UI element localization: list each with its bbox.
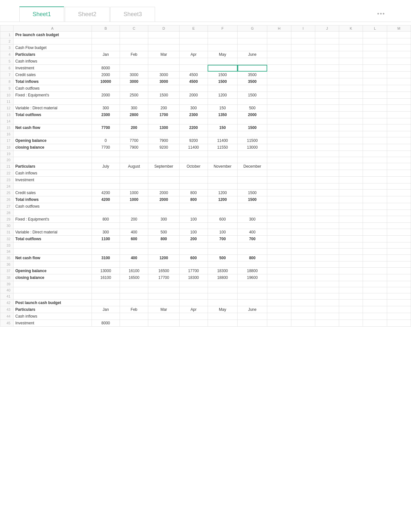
- cell[interactable]: [315, 203, 339, 210]
- cell[interactable]: [179, 58, 208, 65]
- cell[interactable]: [339, 58, 363, 65]
- cell[interactable]: Total outflows: [13, 236, 92, 242]
- cell[interactable]: [267, 124, 291, 131]
- tab-sheet1[interactable]: Sheet1: [19, 6, 64, 22]
- cell[interactable]: [148, 320, 180, 327]
- cell[interactable]: Fixed : Equipment's: [13, 216, 92, 223]
- cell[interactable]: [267, 255, 291, 261]
- cell[interactable]: [238, 203, 267, 210]
- cell[interactable]: Particulars: [13, 163, 92, 170]
- cell[interactable]: [267, 300, 291, 306]
- cell[interactable]: [315, 300, 339, 306]
- cell[interactable]: [267, 313, 291, 320]
- cell[interactable]: 800: [92, 216, 120, 223]
- cell[interactable]: [208, 157, 237, 163]
- cell[interactable]: [208, 177, 237, 183]
- cell[interactable]: [267, 229, 291, 236]
- cell[interactable]: [148, 249, 180, 255]
- cell[interactable]: [339, 268, 363, 274]
- cell[interactable]: [238, 249, 267, 255]
- cell[interactable]: [92, 85, 120, 92]
- cell[interactable]: 18800: [208, 274, 237, 281]
- cell[interactable]: [363, 293, 387, 300]
- cell[interactable]: [13, 249, 92, 255]
- cell[interactable]: 2000: [238, 112, 267, 118]
- cell[interactable]: [387, 65, 411, 72]
- cell[interactable]: [339, 85, 363, 92]
- cell[interactable]: 3100: [92, 255, 120, 261]
- cell[interactable]: [291, 242, 315, 249]
- cell[interactable]: [363, 313, 387, 320]
- cell[interactable]: [238, 300, 267, 306]
- cell[interactable]: [387, 281, 411, 287]
- cell[interactable]: [179, 157, 208, 163]
- cell[interactable]: [339, 287, 363, 293]
- cell[interactable]: [387, 112, 411, 118]
- cell[interactable]: [148, 65, 180, 72]
- cell[interactable]: [120, 32, 148, 38]
- cell[interactable]: [291, 137, 315, 144]
- cell[interactable]: [339, 137, 363, 144]
- cell[interactable]: 2300: [92, 112, 120, 118]
- cell[interactable]: [238, 151, 267, 157]
- cell[interactable]: 7700: [92, 144, 120, 151]
- cell[interactable]: [339, 293, 363, 300]
- cell[interactable]: [387, 131, 411, 137]
- cell[interactable]: [120, 44, 148, 51]
- cell[interactable]: [291, 58, 315, 65]
- cell[interactable]: [92, 157, 120, 163]
- cell[interactable]: [315, 313, 339, 320]
- cell[interactable]: [267, 242, 291, 249]
- cell[interactable]: 600: [208, 216, 237, 223]
- col-header-a[interactable]: A: [13, 25, 92, 32]
- cell[interactable]: [363, 65, 387, 72]
- cell[interactable]: [238, 242, 267, 249]
- cell[interactable]: [267, 105, 291, 112]
- cell[interactable]: [291, 223, 315, 229]
- cell[interactable]: [208, 320, 237, 327]
- cell[interactable]: Net cash flow: [13, 255, 92, 261]
- cell[interactable]: [387, 124, 411, 131]
- cell[interactable]: 400: [238, 229, 267, 236]
- cell[interactable]: 11500: [238, 137, 267, 144]
- cell[interactable]: Total outflows: [13, 112, 92, 118]
- cell[interactable]: [315, 78, 339, 85]
- cell[interactable]: [267, 190, 291, 196]
- cell[interactable]: [92, 177, 120, 183]
- cell[interactable]: [179, 99, 208, 105]
- cell[interactable]: [208, 85, 237, 92]
- cell[interactable]: [387, 51, 411, 58]
- cell[interactable]: [363, 85, 387, 92]
- cell[interactable]: Cash inflows: [13, 313, 92, 320]
- cell[interactable]: [120, 261, 148, 268]
- cell[interactable]: [120, 203, 148, 210]
- cell[interactable]: 300: [92, 105, 120, 112]
- cell[interactable]: [291, 105, 315, 112]
- cell[interactable]: [267, 78, 291, 85]
- cell[interactable]: [363, 183, 387, 190]
- cell[interactable]: [120, 281, 148, 287]
- cell[interactable]: [291, 293, 315, 300]
- cell[interactable]: [148, 151, 180, 157]
- cell[interactable]: 300: [92, 229, 120, 236]
- cell[interactable]: 2000: [179, 92, 208, 99]
- cell[interactable]: [315, 131, 339, 137]
- cell[interactable]: [291, 313, 315, 320]
- cell[interactable]: [267, 38, 291, 44]
- cell[interactable]: [315, 85, 339, 92]
- cell[interactable]: [339, 65, 363, 72]
- cell[interactable]: [267, 268, 291, 274]
- cell[interactable]: [387, 177, 411, 183]
- cell[interactable]: [387, 157, 411, 163]
- cell[interactable]: [387, 306, 411, 313]
- cell[interactable]: [363, 105, 387, 112]
- cell[interactable]: 7700: [120, 137, 148, 144]
- cell[interactable]: [387, 242, 411, 249]
- cell[interactable]: [267, 151, 291, 157]
- cell[interactable]: [363, 51, 387, 58]
- cell[interactable]: [387, 72, 411, 78]
- cell[interactable]: [13, 261, 92, 268]
- cell[interactable]: 2000: [92, 72, 120, 78]
- cell[interactable]: 100: [208, 229, 237, 236]
- cell[interactable]: [363, 92, 387, 99]
